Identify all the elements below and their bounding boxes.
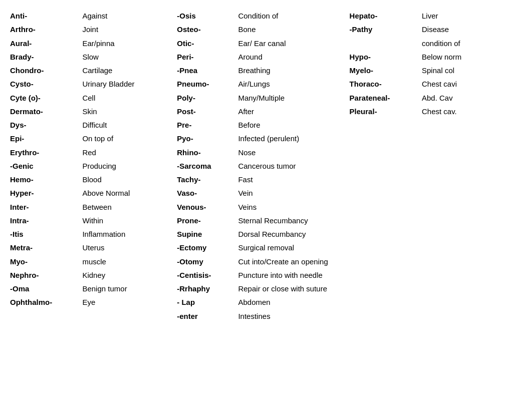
table-row: Erythro-RedRhino-Nose <box>10 146 522 159</box>
def-col3 <box>422 227 522 241</box>
table-row: Inter-BetweenVenous-Veins <box>10 200 522 214</box>
def-col3 <box>422 132 522 145</box>
table-row: Anti-Against-OsisCondition ofHepato-Live… <box>10 9 522 23</box>
term-col2: -Sarcoma <box>177 159 238 173</box>
def-col1: Against <box>82 9 177 23</box>
term-col1: Epi- <box>10 132 82 145</box>
def-col2: Nose <box>238 146 349 159</box>
term-col1: Aural- <box>10 37 82 50</box>
def-col2: After <box>238 105 349 118</box>
term-col1 <box>10 309 82 323</box>
term-col2: Peri- <box>177 50 238 64</box>
def-col1: Producing <box>82 159 177 173</box>
medical-terms-table: Anti-Against-OsisCondition ofHepato-Live… <box>10 9 522 323</box>
def-col1: Joint <box>82 23 177 36</box>
term-col1: Arthro- <box>10 23 82 36</box>
term-col3: Myelo- <box>350 64 422 77</box>
term-col1: Ophthalmo- <box>10 295 82 309</box>
def-col3 <box>422 295 522 309</box>
def-col2: Dorsal Recumbancy <box>238 227 349 241</box>
term-col3 <box>350 132 422 145</box>
def-col3: Below norm <box>422 50 522 64</box>
def-col3 <box>422 214 522 227</box>
def-col1: Difficult <box>82 118 177 132</box>
def-col3 <box>422 268 522 282</box>
table-row: -enterIntestines <box>10 309 522 323</box>
term-col2: -Rrhaphy <box>177 282 238 295</box>
table-row: Brady-SlowPeri-AroundHypo-Below norm <box>10 50 522 64</box>
term-col1: Cyte (o)- <box>10 91 82 105</box>
term-col3 <box>350 241 422 254</box>
def-col3: condition of <box>422 37 522 50</box>
term-col2: Tachy- <box>177 173 238 186</box>
def-col3 <box>422 173 522 186</box>
def-col2: Cancerous tumor <box>238 159 349 173</box>
def-col2: Bone <box>238 23 349 36</box>
def-col3 <box>422 146 522 159</box>
term-col1: -Oma <box>10 282 82 295</box>
term-col2: -Osis <box>177 9 238 23</box>
term-col1: Hemo- <box>10 173 82 186</box>
term-col2: -Ectomy <box>177 241 238 254</box>
term-col3 <box>350 268 422 282</box>
def-col1: Slow <box>82 50 177 64</box>
table-row: Metra-Uterus-EctomySurgical removal <box>10 241 522 254</box>
def-col2: Repair or close with suture <box>238 282 349 295</box>
term-col3 <box>350 159 422 173</box>
def-col3: Liver <box>422 9 522 23</box>
def-col3 <box>422 186 522 200</box>
term-col3 <box>350 309 422 323</box>
table-row: Ophthalmo-Eye- LapAbdomen <box>10 295 522 309</box>
table-row: Hemo-BloodTachy-Fast <box>10 173 522 186</box>
def-col2: Sternal Recumbancy <box>238 214 349 227</box>
def-col2: Before <box>238 118 349 132</box>
term-col3: Hypo- <box>350 50 422 64</box>
def-col1: Benign tumor <box>82 282 177 295</box>
term-col1: Cysto- <box>10 77 82 91</box>
term-col3 <box>350 227 422 241</box>
def-col1: muscle <box>82 255 177 268</box>
term-col1: Dermato- <box>10 105 82 118</box>
table-row: Dermato-SkinPost-AfterPleural-Chest cav. <box>10 105 522 118</box>
term-col2: Poly- <box>177 91 238 105</box>
term-col3: Hepato- <box>350 9 422 23</box>
term-col1: Anti- <box>10 9 82 23</box>
def-col3: Abd. Cav <box>422 91 522 105</box>
term-col3 <box>350 282 422 295</box>
def-col1: Blood <box>82 173 177 186</box>
term-col2: Venous- <box>177 200 238 214</box>
term-col1: Hyper- <box>10 186 82 200</box>
term-col1: Dys- <box>10 118 82 132</box>
def-col1: Between <box>82 200 177 214</box>
term-col3: Parateneal- <box>350 91 422 105</box>
term-col2: Pyo- <box>177 132 238 145</box>
term-col3 <box>350 173 422 186</box>
def-col2: Abdomen <box>238 295 349 309</box>
table-row: -GenicProducing-SarcomaCancerous tumor <box>10 159 522 173</box>
table-row: Arthro-JointOsteo-Bone-PathyDisease <box>10 23 522 36</box>
def-col3: Chest cavi <box>422 77 522 91</box>
term-col3 <box>350 37 422 50</box>
def-col1: Inflammation <box>82 227 177 241</box>
def-col2: Many/Multiple <box>238 91 349 105</box>
term-col3 <box>350 214 422 227</box>
term-col3 <box>350 118 422 132</box>
term-col3 <box>350 200 422 214</box>
def-col2: Ear/ Ear canal <box>238 37 349 50</box>
def-col1: On top of <box>82 132 177 145</box>
def-col2: Puncture into with needle <box>238 268 349 282</box>
term-col3 <box>350 146 422 159</box>
def-col3 <box>422 159 522 173</box>
table-row: Aural-Ear/pinnaOtic-Ear/ Ear canalcondit… <box>10 37 522 50</box>
term-col2: Vaso- <box>177 186 238 200</box>
def-col3 <box>422 200 522 214</box>
table-row: Myo-muscle-OtomyCut into/Create an openi… <box>10 255 522 268</box>
def-col1: Red <box>82 146 177 159</box>
def-col3 <box>422 118 522 132</box>
table-row: -ItisInflammationSupineDorsal Recumbancy <box>10 227 522 241</box>
term-col1: -Itis <box>10 227 82 241</box>
term-col3 <box>350 295 422 309</box>
def-col1: Ear/pinna <box>82 37 177 50</box>
def-col1: Eye <box>82 295 177 309</box>
def-col2: Vein <box>238 186 349 200</box>
